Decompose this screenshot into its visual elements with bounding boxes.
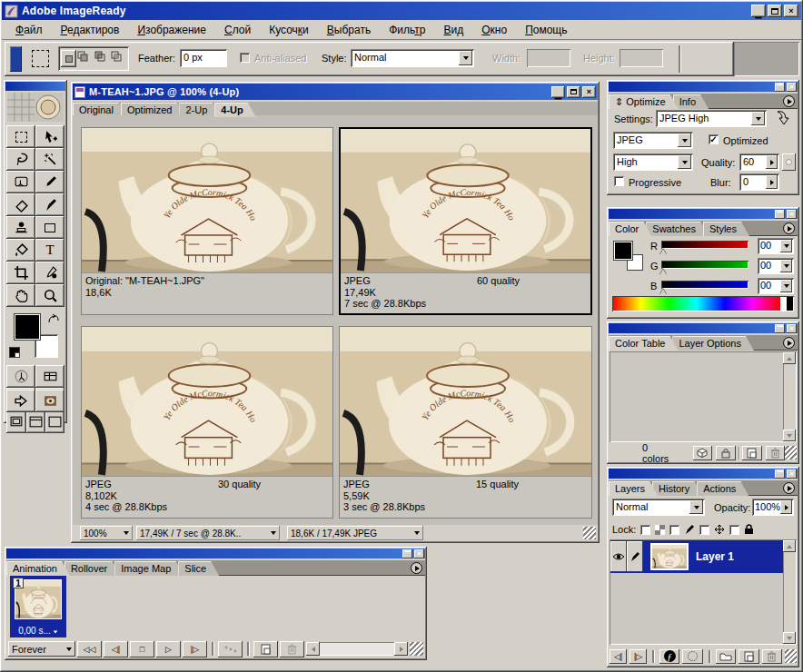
menu-image[interactable]: Изображение xyxy=(129,21,214,39)
droplet-icon[interactable] xyxy=(774,109,792,128)
slice-select-tool-button[interactable] xyxy=(6,171,35,193)
forward-frame-button[interactable]: |▷ xyxy=(183,641,207,657)
jump-to-other-button[interactable] xyxy=(35,390,64,412)
tab-color[interactable]: Color xyxy=(609,222,651,236)
menu-slices[interactable]: Кусочки xyxy=(261,21,317,39)
tab-styles[interactable]: Styles xyxy=(703,222,749,236)
paint-bucket-tool-button[interactable] xyxy=(6,239,35,262)
color-table-menu-button[interactable] xyxy=(783,337,795,349)
trash-icon[interactable] xyxy=(766,446,785,460)
tab-rollover[interactable]: Rollover xyxy=(64,561,120,576)
menu-edit[interactable]: Редактиров xyxy=(53,21,128,39)
channel-value-arrow-icon[interactable] xyxy=(780,280,792,292)
lasso-tool-button[interactable] xyxy=(6,148,35,171)
animation-title-bar[interactable]: ▔ × xyxy=(6,548,425,558)
blur-input[interactable]: 0 xyxy=(739,173,779,191)
move-tool-button[interactable] xyxy=(35,125,64,148)
color-table-minimize-button[interactable]: ▔ xyxy=(775,324,785,333)
next-frame-button[interactable]: |▷ xyxy=(630,649,647,664)
preview-jpeg-60[interactable]: Ye Olde McCormick Tea House JPEG 17,49K … xyxy=(339,127,592,315)
preview-jpeg-15[interactable]: Ye Olde McCormick Tea House JPEG 5,59K 3… xyxy=(339,326,592,519)
layers-scrollbar[interactable] xyxy=(783,540,796,644)
document-resize-grip[interactable] xyxy=(583,527,596,539)
lock-transparency-checkbox[interactable] xyxy=(640,525,650,535)
layers-scroll-down-icon[interactable] xyxy=(783,632,796,644)
toolbox-banner[interactable] xyxy=(7,93,64,122)
blend-mode-dropdown[interactable]: Normal xyxy=(612,499,705,516)
menu-select[interactable]: Выбрать xyxy=(319,21,379,39)
channel-slider-thumb[interactable] xyxy=(659,249,667,255)
scroll-up-icon[interactable] xyxy=(783,352,796,364)
layer-visibility-toggle[interactable] xyxy=(610,541,627,572)
document-title-bar[interactable]: M-TEAH~1.JPG @ 100% (4-Up) ▁ × xyxy=(73,84,598,100)
color-table-scrollbar[interactable] xyxy=(783,352,796,441)
status-sizes-dropdown[interactable]: 18,6K / 17,49K JPEG xyxy=(287,526,423,540)
selection-mode-subtract-button[interactable] xyxy=(94,50,110,67)
tab-optimize[interactable]: ⇕ Optimize xyxy=(609,94,679,109)
play-button[interactable]: ▷ xyxy=(156,641,181,657)
tween-button[interactable] xyxy=(218,641,243,657)
feather-input[interactable]: 0 px xyxy=(180,49,227,67)
channel-slider-thumb[interactable] xyxy=(659,269,667,275)
layer-edit-indicator[interactable] xyxy=(627,541,643,572)
antialiased-checkbox[interactable] xyxy=(240,53,250,63)
animation-menu-button[interactable] xyxy=(411,562,422,574)
layer-effects-button[interactable]: ƒ xyxy=(659,649,680,664)
tab-actions[interactable]: Actions xyxy=(697,481,748,496)
channel-value-input[interactable]: 00 xyxy=(758,258,794,274)
layers-title-bar[interactable]: ▔ × xyxy=(609,469,798,479)
document-close-button[interactable]: × xyxy=(582,86,596,98)
spectrum-white-swatch[interactable] xyxy=(780,297,787,311)
layers-close-button[interactable]: × xyxy=(787,469,797,479)
settings-dropdown-arrow-icon[interactable] xyxy=(751,112,765,125)
channel-slider[interactable] xyxy=(661,281,748,289)
screen-mode-standard-button[interactable] xyxy=(6,410,26,433)
quality-spinner-icon[interactable] xyxy=(766,155,778,169)
app-title-bar[interactable]: Adobe ImageReady ▁ × xyxy=(2,2,801,20)
close-button[interactable]: × xyxy=(784,5,798,17)
menu-view[interactable]: Вид xyxy=(436,21,472,39)
tab-layers[interactable]: Layers xyxy=(609,481,658,496)
style-dropdown-arrow-icon[interactable] xyxy=(459,51,472,65)
quality-level-dropdown[interactable]: High xyxy=(613,153,693,171)
style-dropdown[interactable]: Normal xyxy=(351,49,474,67)
delete-layer-button[interactable] xyxy=(762,649,783,664)
optimize-menu-button[interactable] xyxy=(783,95,795,107)
progressive-checkbox[interactable] xyxy=(614,176,624,186)
layers-scroll-up-icon[interactable] xyxy=(783,540,796,552)
quality-level-dropdown-arrow-icon[interactable] xyxy=(678,155,691,169)
layers-minimize-button[interactable]: ▔ xyxy=(775,469,785,479)
optimize-close-button[interactable]: × xyxy=(787,83,797,92)
jump-to-photoshop-button[interactable] xyxy=(6,390,35,412)
document-minimize-button[interactable]: ▁ xyxy=(551,86,565,98)
color-menu-button[interactable] xyxy=(783,222,795,234)
animation-close-button[interactable]: × xyxy=(414,549,424,558)
blur-spinner-icon[interactable] xyxy=(766,175,778,189)
lock-color-icon[interactable] xyxy=(716,446,735,460)
preview-original[interactable]: Ye Olde McCormick Tea House Original: "M… xyxy=(81,127,333,315)
menu-help[interactable]: Помощь xyxy=(517,21,575,39)
selection-mode-new-button[interactable] xyxy=(61,50,76,67)
prev-frame-button[interactable]: ◁| xyxy=(610,649,627,664)
channel-slider-thumb[interactable] xyxy=(659,289,667,295)
format-dropdown-arrow-icon[interactable] xyxy=(678,133,691,147)
toggle-slices-visibility-button[interactable] xyxy=(35,365,64,388)
quality-modifier-button[interactable] xyxy=(782,153,796,171)
toggle-image-map-button[interactable] xyxy=(6,365,35,388)
zoom-tool-button[interactable] xyxy=(35,284,64,307)
preview-jpeg-30[interactable]: Ye Olde McCormick Tea House JPEG 8,102K … xyxy=(81,326,333,519)
stop-button[interactable]: □ xyxy=(130,641,154,657)
channel-slider[interactable] xyxy=(661,261,748,269)
crop-tool-button[interactable] xyxy=(6,262,35,284)
zoom-level-dropdown[interactable]: 100% xyxy=(80,526,133,540)
paintbrush-tool-button[interactable] xyxy=(35,193,64,216)
blend-mode-arrow-icon[interactable] xyxy=(689,500,703,514)
layer-row-layer1[interactable]: Ye Olde McCormick Tea House Layer 1 xyxy=(610,540,783,573)
animation-minimize-button[interactable]: ▔ xyxy=(402,549,412,558)
settings-dropdown[interactable]: JPEG High xyxy=(656,110,767,127)
selection-mode-add-button[interactable] xyxy=(77,50,93,67)
new-layer-button[interactable] xyxy=(739,649,759,664)
tab-layer-options[interactable]: Layer Options xyxy=(672,336,753,351)
scroll-down-icon[interactable] xyxy=(783,430,796,441)
rewind-button[interactable]: ◁◁ xyxy=(77,641,102,657)
